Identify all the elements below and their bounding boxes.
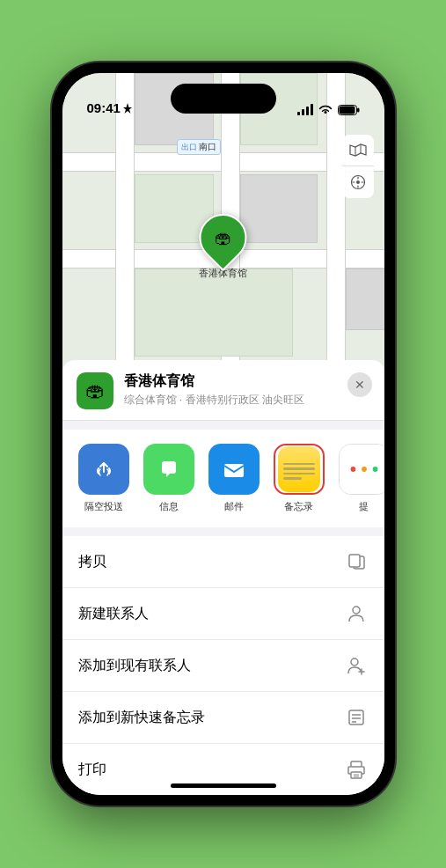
svg-rect-1 <box>357 107 360 112</box>
map-type-icon <box>349 143 367 158</box>
svg-point-12 <box>372 467 377 472</box>
share-more[interactable]: 提 <box>337 444 384 513</box>
add-contact-icon <box>344 653 369 678</box>
notes-line-1 <box>283 463 315 466</box>
svg-rect-8 <box>224 464 244 477</box>
pin-emoji: 🏟 <box>215 228 232 248</box>
notes-icon-wrapper <box>274 444 325 495</box>
signal-bar-2 <box>302 109 304 115</box>
wifi-icon <box>318 105 333 115</box>
map-block <box>346 268 384 330</box>
svg-rect-2 <box>339 106 355 114</box>
mail-icon <box>208 444 260 495</box>
signal-bar-1 <box>297 112 300 115</box>
location-button[interactable] <box>342 166 374 198</box>
svg-point-4 <box>356 180 360 184</box>
more-svg <box>340 444 384 495</box>
new-contact-icon <box>344 601 369 626</box>
messages-label: 信息 <box>159 500 179 513</box>
pin-circle: 🏟 <box>189 204 256 271</box>
battery-icon <box>338 105 360 115</box>
messages-icon <box>143 444 194 495</box>
location-pin: 🏟 香港体育馆 <box>199 214 247 280</box>
print-icon <box>344 757 369 782</box>
map-type-button[interactable] <box>342 135 374 166</box>
svg-point-15 <box>353 607 360 614</box>
copy-icon <box>344 549 369 574</box>
home-indicator <box>171 783 276 788</box>
phone-frame: 09:41 <box>52 63 395 805</box>
airdrop-icon <box>78 444 129 495</box>
map-block <box>240 174 318 243</box>
dynamic-island <box>171 84 276 114</box>
share-messages[interactable]: 信息 <box>142 444 196 513</box>
notes-line-2 <box>283 467 315 470</box>
quick-note-svg <box>347 708 366 727</box>
time-display: 09:41 <box>87 100 121 115</box>
action-copy[interactable]: 拷贝 <box>62 536 384 588</box>
close-label: ✕ <box>355 378 365 392</box>
more-icon <box>339 444 384 495</box>
svg-point-16 <box>351 658 358 666</box>
add-contact-label: 添加到现有联系人 <box>78 657 191 675</box>
signal-bar-4 <box>311 104 313 115</box>
svg-rect-21 <box>351 761 362 767</box>
print-svg <box>347 760 366 779</box>
notes-icon <box>278 446 320 492</box>
place-icon: 🏟 <box>77 372 113 409</box>
location-icon <box>123 103 132 114</box>
share-mail[interactable]: 邮件 <box>207 444 261 513</box>
person-add-svg <box>347 656 366 675</box>
place-subtitle: 综合体育馆 · 香港特别行政区 油尖旺区 <box>124 393 370 408</box>
svg-rect-14 <box>349 555 360 567</box>
action-list: 拷贝 新建联系人 <box>62 536 384 795</box>
status-time: 09:41 <box>87 100 132 115</box>
quick-note-icon <box>344 705 369 730</box>
quick-note-label: 添加到新快速备忘录 <box>78 709 205 727</box>
map-label: 出口 南口 <box>177 139 222 155</box>
airdrop-label: 隔空投送 <box>84 500 123 513</box>
share-airdrop[interactable]: 隔空投送 <box>77 444 131 513</box>
print-label: 打印 <box>78 761 106 779</box>
phone-screen: 09:41 <box>62 73 384 795</box>
bottom-sheet: 🏟 香港体育馆 综合体育馆 · 香港特别行政区 油尖旺区 ✕ <box>62 360 384 795</box>
place-header: 🏟 香港体育馆 综合体育馆 · 香港特别行政区 油尖旺区 ✕ <box>62 360 384 421</box>
new-contact-label: 新建联系人 <box>78 605 149 623</box>
mail-svg <box>220 455 248 483</box>
more-label: 提 <box>359 500 369 513</box>
share-notes[interactable]: 备忘录 <box>272 444 326 513</box>
svg-point-11 <box>362 467 367 472</box>
signal-bars <box>297 104 313 115</box>
status-icons <box>297 104 360 115</box>
notes-line-4 <box>283 477 303 480</box>
compass-icon <box>350 174 366 190</box>
map-controls <box>342 135 374 198</box>
svg-point-10 <box>350 467 355 472</box>
place-name: 香港体育馆 <box>124 372 370 391</box>
map-label-text: 南口 <box>199 142 216 151</box>
notes-label: 备忘录 <box>284 500 313 513</box>
action-new-contact[interactable]: 新建联系人 <box>62 588 384 640</box>
mail-label: 邮件 <box>224 500 244 513</box>
action-quick-note[interactable]: 添加到新快速备忘录 <box>62 692 384 744</box>
copy-svg <box>347 552 366 571</box>
signal-bar-3 <box>306 107 309 115</box>
place-info: 香港体育馆 综合体育馆 · 香港特别行政区 油尖旺区 <box>124 372 370 408</box>
action-add-contact[interactable]: 添加到现有联系人 <box>62 640 384 692</box>
map-block <box>135 268 293 357</box>
messages-svg <box>155 455 183 483</box>
share-row: 隔空投送 信息 <box>62 430 384 527</box>
close-button[interactable]: ✕ <box>347 372 372 397</box>
copy-label: 拷贝 <box>78 553 106 571</box>
airdrop-svg <box>91 456 117 482</box>
notes-line-3 <box>283 473 315 475</box>
person-svg <box>347 604 366 623</box>
